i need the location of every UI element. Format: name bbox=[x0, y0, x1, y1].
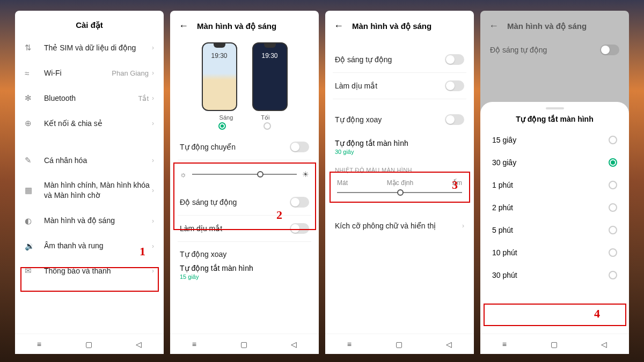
marker-1: 1 bbox=[140, 245, 145, 258]
wifi-icon: ≈ bbox=[25, 69, 36, 78]
row-label: Thông báo và thanh bbox=[44, 266, 152, 276]
nav-recent-icon[interactable]: ≡ bbox=[347, 340, 352, 349]
option-2m[interactable]: 2 phút bbox=[480, 196, 629, 219]
page-header: ← Màn hình và độ sáng bbox=[170, 11, 319, 37]
nav-recent-icon[interactable]: ≡ bbox=[37, 340, 41, 349]
row-connect-share[interactable]: ⊕ Kết nối & chia sẻ › bbox=[15, 111, 164, 136]
spacer bbox=[325, 99, 474, 107]
row-homescreen-lock[interactable]: ▦ Màn hình chính, Màn hình khóa và Màn h… bbox=[15, 173, 164, 208]
option-5m[interactable]: 5 phút bbox=[480, 219, 629, 241]
divider bbox=[15, 138, 164, 146]
option-30s[interactable]: 30 giây bbox=[480, 151, 629, 174]
bluetooth-icon: ✻ bbox=[25, 93, 36, 103]
nav-home-icon[interactable]: ▢ bbox=[85, 340, 92, 349]
marker-3: 3 bbox=[452, 178, 458, 192]
toggle-auto-brightness[interactable] bbox=[290, 197, 309, 208]
screen-timeout-sheet: ← Màn hình và độ sáng Độ sáng tự động Tự… bbox=[480, 11, 629, 354]
sim-icon: ⇅ bbox=[25, 43, 36, 53]
back-icon[interactable]: ← bbox=[489, 20, 499, 32]
preview-light[interactable]: 19:30 bbox=[202, 42, 237, 111]
row-bluetooth[interactable]: ✻ Bluetooth Tắt › bbox=[15, 86, 164, 111]
row-eye-care[interactable]: Làm dịu mắt bbox=[170, 216, 319, 241]
sun-high-icon: ☀ bbox=[302, 170, 309, 179]
row-label: Âm thanh và rung bbox=[44, 241, 152, 251]
toggle-auto-brightness bbox=[600, 45, 619, 55]
radio-dark[interactable] bbox=[264, 122, 271, 130]
mode-light-label: Sáng bbox=[219, 114, 233, 121]
chevron-right-icon: › bbox=[152, 44, 154, 51]
row-label: Màn hình chính, Màn hình khóa và Màn hìn… bbox=[44, 180, 152, 201]
nav-recent-icon[interactable]: ≡ bbox=[192, 340, 196, 349]
sheet-handle[interactable] bbox=[546, 107, 564, 109]
row-display-brightness[interactable]: ◐ Màn hình và độ sáng › bbox=[15, 208, 164, 233]
row-label: Làm dịu mắt bbox=[180, 224, 290, 234]
row-personalize[interactable]: ✎ Cá nhân hóa › bbox=[15, 148, 164, 173]
row-notifications[interactable]: ✉ Thông báo và thanh › bbox=[15, 258, 164, 284]
radio-icon bbox=[609, 271, 617, 279]
nav-back-icon[interactable]: ◁ bbox=[291, 340, 297, 349]
toggle-eye-care[interactable] bbox=[445, 80, 464, 91]
row-auto-rotate[interactable]: Tự động xoay bbox=[170, 242, 319, 262]
sun-low-icon: ☼ bbox=[180, 170, 187, 179]
back-icon[interactable]: ← bbox=[179, 20, 188, 32]
back-icon[interactable]: ← bbox=[334, 20, 343, 32]
page-header: ← Màn hình và độ sáng bbox=[325, 11, 474, 37]
row-eye-care[interactable]: Làm dịu mắt bbox=[325, 73, 474, 99]
toggle-auto-brightness[interactable] bbox=[445, 54, 464, 65]
row-label: Độ sáng tự động bbox=[180, 197, 290, 208]
nav-home-icon[interactable]: ▢ bbox=[240, 340, 247, 349]
preview-dark[interactable]: 19:30 bbox=[252, 42, 288, 111]
row-label: Cá nhân hóa bbox=[44, 156, 152, 166]
chevron-right-icon: › bbox=[152, 187, 154, 194]
radio-icon bbox=[609, 248, 617, 257]
row-label: Tự động xoay bbox=[335, 115, 445, 125]
page-header: ← Màn hình và độ sáng bbox=[480, 11, 629, 37]
row-font-size[interactable]: Kích cỡ phông chữ và hiển thị › bbox=[325, 213, 474, 239]
option-15s[interactable]: 15 giây bbox=[480, 129, 629, 151]
row-wifi[interactable]: ≈ Wi-Fi Phan Giang › bbox=[15, 61, 164, 86]
row-auto-rotate[interactable]: Tự động xoay bbox=[325, 107, 474, 132]
toggle-auto-rotate[interactable] bbox=[445, 114, 464, 125]
nav-recent-icon[interactable]: ≡ bbox=[502, 340, 507, 349]
row-sim[interactable]: ⇅ Thẻ SIM và dữ liệu di động › bbox=[15, 35, 164, 61]
row-auto-switch[interactable]: Tự động chuyển bbox=[170, 134, 319, 160]
chevron-right-icon: › bbox=[152, 94, 154, 102]
brightness-slider[interactable] bbox=[192, 174, 297, 175]
preview-time: 19:30 bbox=[261, 52, 277, 60]
option-label: 30 phút bbox=[492, 271, 517, 279]
row-label: Độ sáng tự động bbox=[335, 55, 445, 65]
row-auto-brightness[interactable]: Độ sáng tự động bbox=[170, 189, 319, 215]
row-label: Tự động xoay bbox=[180, 249, 309, 260]
option-10m[interactable]: 10 phút bbox=[480, 241, 629, 264]
notch bbox=[214, 43, 225, 48]
row-screen-off[interactable]: Tự động tắt màn hình 15 giây bbox=[170, 262, 319, 286]
radio-icon bbox=[609, 158, 617, 167]
option-label: 15 giây bbox=[492, 136, 516, 144]
option-1m[interactable]: 1 phút bbox=[480, 174, 629, 196]
slider-thumb[interactable] bbox=[397, 189, 404, 196]
spacer bbox=[325, 203, 474, 213]
nav-home-icon[interactable]: ▢ bbox=[551, 340, 558, 349]
mode-dark-label: Tối bbox=[261, 114, 269, 121]
toggle-eye-care[interactable] bbox=[290, 223, 309, 234]
nav-back-icon[interactable]: ◁ bbox=[446, 340, 452, 349]
nav-back-icon[interactable]: ◁ bbox=[136, 340, 142, 349]
row-label: Làm dịu mắt bbox=[335, 81, 445, 91]
row-value: 30 giây bbox=[335, 149, 464, 155]
color-temp-slider[interactable] bbox=[337, 192, 462, 193]
brightness-icon: ◐ bbox=[25, 216, 36, 226]
nav-bar: ≡ ▢ ◁ bbox=[15, 334, 164, 354]
toggle-auto-switch[interactable] bbox=[290, 142, 309, 152]
nav-back-icon[interactable]: ◁ bbox=[601, 340, 607, 349]
marker-4: 4 bbox=[594, 307, 600, 321]
row-auto-brightness[interactable]: Độ sáng tự động bbox=[325, 47, 474, 72]
option-30m[interactable]: 30 phút bbox=[480, 264, 629, 286]
row-label: Độ sáng tự động bbox=[490, 45, 600, 55]
radio-light[interactable] bbox=[218, 122, 226, 130]
row-auto-brightness: Độ sáng tự động bbox=[480, 37, 629, 63]
sound-icon: 🔉 bbox=[25, 241, 36, 251]
mode-radios bbox=[170, 122, 319, 134]
row-screen-off[interactable]: Tự động tắt màn hình 30 giây bbox=[325, 132, 474, 161]
slider-thumb[interactable] bbox=[257, 171, 264, 178]
nav-home-icon[interactable]: ▢ bbox=[396, 340, 402, 349]
